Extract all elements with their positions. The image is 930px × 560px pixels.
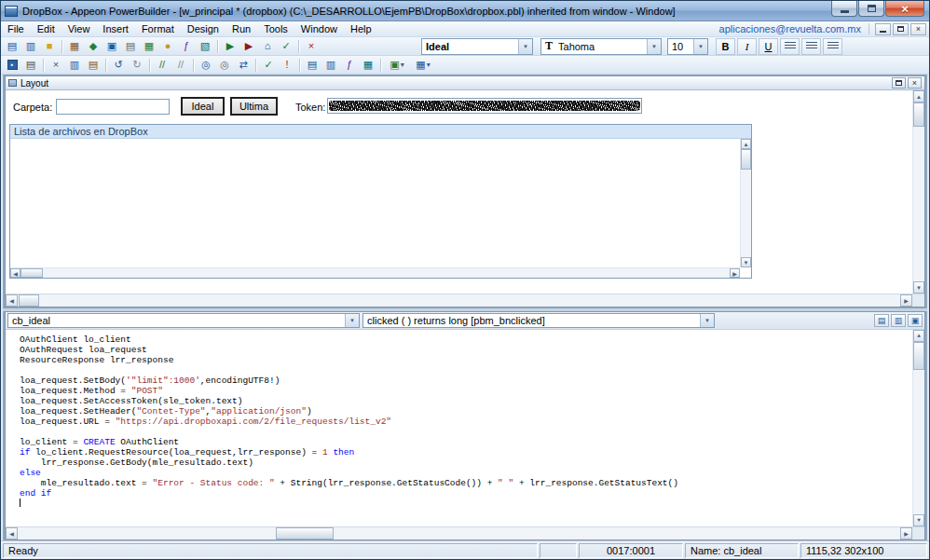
italic-button[interactable]: I <box>737 38 757 55</box>
event-list-button[interactable]: ▥ <box>321 57 340 73</box>
layout-titlebar[interactable]: Layout × <box>6 76 924 90</box>
layout-design-canvas[interactable]: Carpeta: Ideal Ultima Token: Lista de ar… <box>6 90 924 294</box>
debug-button[interactable]: ▶ <box>239 38 258 54</box>
event-combo[interactable]: clicked ( ) returns long [pbm_bnclicked]… <box>362 313 715 328</box>
run-button[interactable]: ▶ <box>221 38 239 54</box>
redo-button[interactable]: ↻ <box>128 57 146 73</box>
scroll-right-icon[interactable]: ▶ <box>900 294 912 307</box>
script-view-button[interactable]: ▤ <box>303 57 321 73</box>
replace-button[interactable]: ⇄ <box>234 57 253 73</box>
menu-insert[interactable]: Insert <box>96 22 135 35</box>
scroll-right-icon[interactable]: ▶ <box>900 527 912 540</box>
bold-button[interactable]: B <box>716 38 735 55</box>
menu-help[interactable]: Help <box>344 22 378 35</box>
menu-format[interactable]: Format <box>135 22 181 35</box>
script-editor[interactable]: OAuthClient lo_clientOAuthRequest loa_re… <box>6 330 924 526</box>
list-horizontal-scrollbar[interactable]: ◀ ▶ <box>10 267 740 278</box>
token-field[interactable] <box>327 98 642 114</box>
layout-vertical-scrollbar[interactable]: ▲ ▼ <box>912 90 924 294</box>
ultima-button[interactable]: Ultima <box>230 97 278 116</box>
browser-button[interactable]: ⌂ <box>258 38 277 54</box>
uncomment-button[interactable]: // <box>171 57 190 73</box>
scroll-thumb[interactable] <box>913 102 924 127</box>
code-vertical-scrollbar[interactable]: ▲ ▼ <box>912 330 924 526</box>
datawindow-painter-button[interactable]: ▦ <box>140 38 158 54</box>
dropbox-file-list[interactable]: Lista de archivos en DropBox ▲ ▼ ◀ ▶ <box>9 124 752 279</box>
menu-edit[interactable]: Edit <box>31 22 62 35</box>
scroll-left-icon[interactable]: ◀ <box>6 294 18 307</box>
scroll-down-icon[interactable]: ▼ <box>913 514 924 526</box>
scroll-right-icon[interactable]: ▶ <box>730 268 740 278</box>
menu-tools[interactable]: Tools <box>257 22 294 35</box>
goto-error-button[interactable]: ! <box>278 57 296 73</box>
exit-button[interactable]: × <box>302 38 321 54</box>
menu-view[interactable]: View <box>62 22 97 35</box>
database-painter-button[interactable]: ● <box>158 38 177 54</box>
declare-view-button[interactable]: ▦ <box>359 57 377 73</box>
mdi-minimize-button[interactable] <box>875 23 891 35</box>
underline-button[interactable]: U <box>759 38 778 55</box>
object-combo[interactable]: cb_ideal ▼ <box>7 313 360 328</box>
comment-button[interactable]: // <box>153 57 171 73</box>
scroll-left-icon[interactable]: ◀ <box>6 527 18 540</box>
panes-button[interactable]: ▦▾ <box>410 57 436 73</box>
undo-button[interactable]: ↺ <box>109 57 128 73</box>
align-right-button[interactable] <box>823 38 842 55</box>
close-button[interactable]: × <box>885 1 924 17</box>
account-link[interactable]: aplicaciones@revuelta.com.mx <box>719 23 861 34</box>
save-button[interactable]: ▪ <box>3 57 21 73</box>
maximize-button[interactable] <box>858 1 884 17</box>
new-button[interactable]: ▤ <box>3 38 21 54</box>
mdi-close-button[interactable]: × <box>910 23 926 35</box>
layout-maximize-button[interactable] <box>892 77 906 89</box>
align-center-button[interactable] <box>801 38 821 55</box>
scroll-thumb[interactable] <box>19 294 39 307</box>
scroll-left-icon[interactable]: ◀ <box>10 268 21 278</box>
inherit-button[interactable]: ▥ <box>21 38 40 54</box>
scroll-thumb[interactable] <box>913 342 924 370</box>
scroll-thumb[interactable] <box>21 268 43 278</box>
font-size-combo[interactable]: 10 ▼ <box>667 38 708 55</box>
style-combo[interactable]: Ideal ▼ <box>421 38 533 55</box>
view-source-button[interactable]: ▤ <box>874 314 889 327</box>
list-vertical-scrollbar[interactable]: ▲ ▼ <box>740 139 751 267</box>
layout-horizontal-scrollbar[interactable]: ◀ ▶ <box>6 294 924 307</box>
scroll-up-icon[interactable]: ▲ <box>913 90 924 102</box>
minimize-button[interactable] <box>831 1 857 17</box>
compile-button[interactable]: ✓ <box>259 57 278 73</box>
carpeta-input[interactable] <box>56 99 170 115</box>
function-list-button[interactable]: ƒ <box>340 57 359 73</box>
open-button[interactable]: ■ <box>40 38 59 54</box>
layout-close-button[interactable]: × <box>908 77 922 89</box>
view-split-button[interactable]: ▥ <box>891 314 906 327</box>
scroll-up-icon[interactable]: ▲ <box>741 139 751 149</box>
window-painter-button[interactable]: ▣ <box>103 38 121 54</box>
menu-design[interactable]: Design <box>181 22 226 35</box>
print-button[interactable]: ▤ <box>21 57 40 73</box>
window-preview-button[interactable]: ▣▾ <box>384 57 410 73</box>
paste-button[interactable]: ▤ <box>84 57 103 73</box>
menu-file[interactable]: File <box>1 22 31 35</box>
menu-run[interactable]: Run <box>226 22 257 35</box>
to-do-list-button[interactable]: ✓ <box>277 38 295 54</box>
menu-window[interactable]: Window <box>294 22 344 35</box>
find-button[interactable]: ◎ <box>197 57 215 73</box>
cut-button[interactable]: × <box>47 57 65 73</box>
scroll-down-icon[interactable]: ▼ <box>913 281 924 294</box>
scroll-thumb[interactable] <box>741 149 751 170</box>
find-next-button[interactable]: ◎ <box>215 57 234 73</box>
structure-painter-button[interactable]: ▧ <box>196 38 214 54</box>
view-grid-button[interactable]: ▣ <box>908 314 923 327</box>
mdi-restore-button[interactable] <box>893 23 909 35</box>
copy-button[interactable]: ▥ <box>65 57 84 73</box>
ideal-button[interactable]: Ideal <box>181 97 225 116</box>
align-left-button[interactable] <box>780 38 800 55</box>
function-painter-button[interactable]: ƒ <box>177 38 196 54</box>
titlebar[interactable]: DropBox - Appeon PowerBuilder - [w_princ… <box>1 1 929 21</box>
menu-painter-button[interactable]: ▤ <box>121 38 140 54</box>
application-painter-button[interactable]: ◆ <box>84 38 103 54</box>
scroll-up-icon[interactable]: ▲ <box>913 330 924 342</box>
scroll-down-icon[interactable]: ▼ <box>741 257 751 267</box>
scroll-thumb[interactable] <box>276 527 334 540</box>
code-horizontal-scrollbar[interactable]: ◀ ▶ <box>6 526 924 540</box>
